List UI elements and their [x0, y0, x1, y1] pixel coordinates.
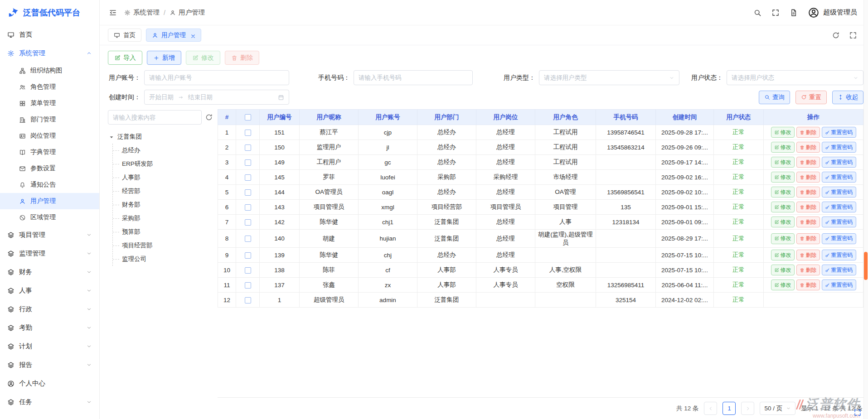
row-reset-password-button[interactable]: 重置密码 [822, 127, 856, 138]
query-button[interactable]: 查询 [759, 91, 790, 104]
reset-button[interactable]: 重置 [795, 91, 827, 104]
select-all-checkbox[interactable] [245, 114, 251, 120]
row-reset-password-button[interactable]: 重置密码 [822, 265, 856, 275]
row-reset-password-button[interactable]: 重置密码 [822, 187, 856, 197]
tree-node[interactable]: 采购部 [118, 212, 213, 225]
sidebar-item-menu-management[interactable]: 菜单管理 [0, 95, 99, 111]
sidebar-item-attendance[interactable]: 考勤 [0, 318, 99, 337]
sidebar-collapse-icon[interactable] [109, 9, 117, 17]
sidebar-item-finance[interactable]: 财务 [0, 263, 99, 281]
row-checkbox[interactable] [245, 252, 251, 259]
row-checkbox[interactable] [245, 144, 251, 151]
tree-node[interactable]: 监理公司 [118, 252, 213, 266]
row-delete-button[interactable]: 删除 [796, 279, 820, 290]
row-edit-button[interactable]: 修改 [771, 187, 795, 197]
row-delete-button[interactable]: 删除 [796, 127, 820, 138]
row-reset-password-button[interactable]: 重置密码 [822, 172, 856, 183]
scrollbar-thumb[interactable] [864, 252, 868, 280]
row-edit-button[interactable]: 修改 [771, 202, 795, 212]
maximize-icon[interactable] [849, 31, 857, 39]
sidebar-item-region-management[interactable]: 区域管理 [0, 209, 99, 226]
tree-node[interactable]: 总经办 [118, 144, 213, 157]
sidebar-item-task[interactable]: 任务 [0, 393, 99, 411]
tree-node[interactable]: ERP研发部 [118, 157, 213, 171]
edit-button[interactable]: 修改 [186, 51, 220, 65]
row-checkbox[interactable] [245, 236, 251, 242]
tree-root-node[interactable]: 泛普集团 [108, 131, 213, 142]
row-checkbox[interactable] [245, 130, 251, 136]
tree-node[interactable]: 财务部 [118, 198, 213, 212]
row-checkbox[interactable] [245, 204, 251, 211]
search-icon[interactable] [753, 9, 761, 17]
row-delete-button[interactable]: 删除 [796, 187, 820, 197]
row-delete-button[interactable]: 删除 [796, 233, 820, 244]
row-delete-button[interactable]: 删除 [796, 142, 820, 153]
sidebar-item-home[interactable]: 首页 [0, 25, 99, 44]
phone-input[interactable] [354, 70, 473, 85]
sidebar-item-dept-management[interactable]: 部门管理 [0, 111, 99, 128]
row-reset-password-button[interactable]: 重置密码 [822, 202, 856, 212]
user-menu[interactable]: 超级管理员 [808, 7, 857, 19]
prev-page-button[interactable] [704, 402, 717, 415]
delete-button[interactable]: 删除 [225, 51, 259, 65]
page-size-select[interactable]: 50 / 页 [760, 402, 795, 415]
row-delete-button[interactable]: 删除 [796, 250, 820, 260]
tree-refresh-icon[interactable] [205, 113, 213, 121]
fullscreen-corner-icon[interactable] [853, 409, 862, 417]
row-edit-button[interactable]: 修改 [771, 265, 795, 275]
tab-home[interactable]: 首页 [108, 29, 141, 42]
sidebar-item-hr[interactable]: 人事 [0, 281, 99, 300]
user-status-select[interactable]: 请选择用户状态 [727, 70, 863, 85]
sidebar-item-param-settings[interactable]: 参数设置 [0, 160, 99, 177]
sidebar-item-role-management[interactable]: 角色管理 [0, 79, 99, 95]
tab-close-icon[interactable] [190, 33, 195, 38]
tree-node[interactable]: 经营部 [118, 184, 213, 198]
breadcrumb-item[interactable]: 系统管理 [124, 8, 160, 17]
tab-user-management[interactable]: 用户管理 [146, 29, 201, 42]
row-reset-password-button[interactable]: 重置密码 [822, 217, 856, 227]
row-edit-button[interactable]: 修改 [771, 233, 795, 244]
document-icon[interactable] [790, 9, 798, 17]
add-button[interactable]: 新增 [147, 51, 181, 65]
row-checkbox[interactable] [245, 174, 251, 181]
tree-node[interactable]: 预算部 [118, 225, 213, 239]
sidebar-item-dict-management[interactable]: 字典管理 [0, 144, 99, 160]
row-edit-button[interactable]: 修改 [771, 142, 795, 153]
user-account-input[interactable] [144, 70, 289, 85]
row-reset-password-button[interactable]: 重置密码 [822, 157, 856, 168]
row-checkbox[interactable] [245, 189, 251, 196]
sidebar-item-report[interactable]: 报告 [0, 356, 99, 374]
row-edit-button[interactable]: 修改 [771, 250, 795, 260]
refresh-icon[interactable] [832, 31, 840, 39]
tree-node[interactable]: 项目经营部 [118, 239, 213, 252]
sidebar-item-system-management[interactable]: 系统管理 [0, 44, 99, 63]
page-number-button[interactable]: 1 [723, 402, 736, 415]
row-delete-button[interactable]: 删除 [796, 172, 820, 183]
row-reset-password-button[interactable]: 重置密码 [822, 233, 856, 244]
row-checkbox[interactable] [245, 219, 251, 226]
row-reset-password-button[interactable]: 重置密码 [822, 250, 856, 260]
row-edit-button[interactable]: 修改 [771, 157, 795, 168]
next-page-button[interactable] [741, 402, 754, 415]
row-checkbox[interactable] [245, 267, 251, 274]
tree-node[interactable]: 人事部 [118, 171, 213, 184]
breadcrumb-item[interactable]: 用户管理 [170, 8, 205, 17]
row-checkbox[interactable] [245, 282, 251, 289]
row-delete-button[interactable]: 删除 [796, 217, 820, 227]
tree-search-input[interactable] [108, 110, 202, 125]
row-reset-password-button[interactable]: 重置密码 [822, 279, 856, 290]
row-delete-button[interactable]: 删除 [796, 202, 820, 212]
sidebar-item-project-management[interactable]: 项目管理 [0, 226, 99, 244]
user-type-select[interactable]: 请选择用户类型 [539, 70, 679, 85]
sidebar-item-plan[interactable]: 计划 [0, 337, 99, 356]
sidebar-item-personal-center[interactable]: 个人中心 [0, 374, 99, 393]
sidebar-item-post-management[interactable]: 岗位管理 [0, 128, 99, 144]
row-edit-button[interactable]: 修改 [771, 172, 795, 183]
row-reset-password-button[interactable]: 重置密码 [822, 142, 856, 153]
sidebar-item-org-structure[interactable]: 组织结构图 [0, 63, 99, 79]
created-time-range[interactable]: 开始日期 结束日期 [144, 90, 289, 105]
row-edit-button[interactable]: 修改 [771, 127, 795, 138]
sidebar-item-user-management[interactable]: 用户管理 [0, 193, 99, 209]
row-delete-button[interactable]: 删除 [796, 265, 820, 275]
row-edit-button[interactable]: 修改 [771, 217, 795, 227]
